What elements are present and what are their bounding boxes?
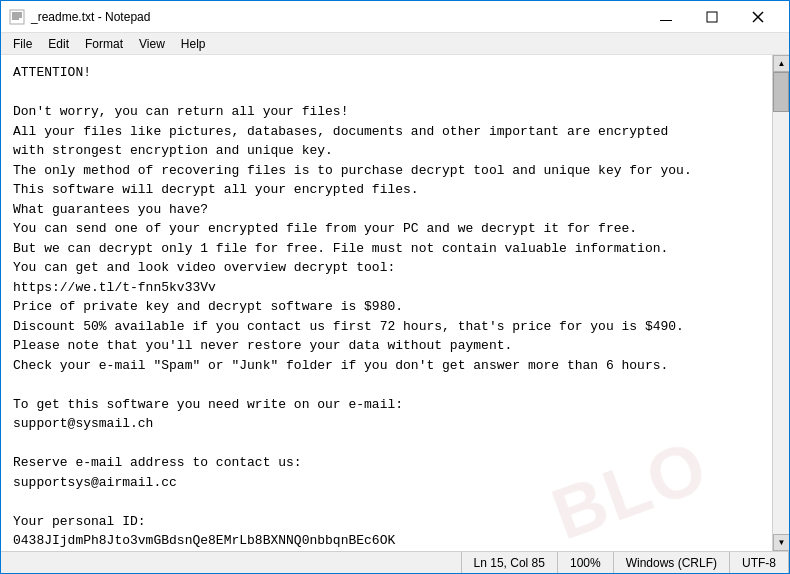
window-title: _readme.txt - Notepad [31, 10, 643, 24]
menu-view[interactable]: View [131, 35, 173, 53]
content-area: ATTENTION! Don't worry, you can return a… [1, 55, 789, 551]
menu-help[interactable]: Help [173, 35, 214, 53]
scroll-track[interactable] [773, 72, 789, 534]
vertical-scrollbar[interactable]: ▲ ▼ [772, 55, 789, 551]
scroll-thumb[interactable] [773, 72, 789, 112]
svg-rect-5 [660, 20, 672, 21]
notepad-window: _readme.txt - Notepad File Edit Format V… [0, 0, 790, 574]
maximize-button[interactable] [689, 1, 735, 33]
svg-rect-6 [707, 12, 717, 22]
status-bar: Ln 15, Col 85 100% Windows (CRLF) UTF-8 [1, 551, 789, 573]
close-button[interactable] [735, 1, 781, 33]
minimize-button[interactable] [643, 1, 689, 33]
menu-file[interactable]: File [5, 35, 40, 53]
app-icon [9, 9, 25, 25]
scroll-down-button[interactable]: ▼ [773, 534, 789, 551]
window-controls [643, 1, 781, 33]
encoding: UTF-8 [730, 552, 789, 573]
line-ending: Windows (CRLF) [614, 552, 730, 573]
title-bar: _readme.txt - Notepad [1, 1, 789, 33]
menu-bar: File Edit Format View Help [1, 33, 789, 55]
status-spacer [1, 552, 462, 573]
menu-edit[interactable]: Edit [40, 35, 77, 53]
scroll-up-button[interactable]: ▲ [773, 55, 789, 72]
menu-format[interactable]: Format [77, 35, 131, 53]
cursor-position: Ln 15, Col 85 [462, 552, 558, 573]
zoom-level: 100% [558, 552, 614, 573]
text-editor[interactable]: ATTENTION! Don't worry, you can return a… [1, 55, 772, 551]
